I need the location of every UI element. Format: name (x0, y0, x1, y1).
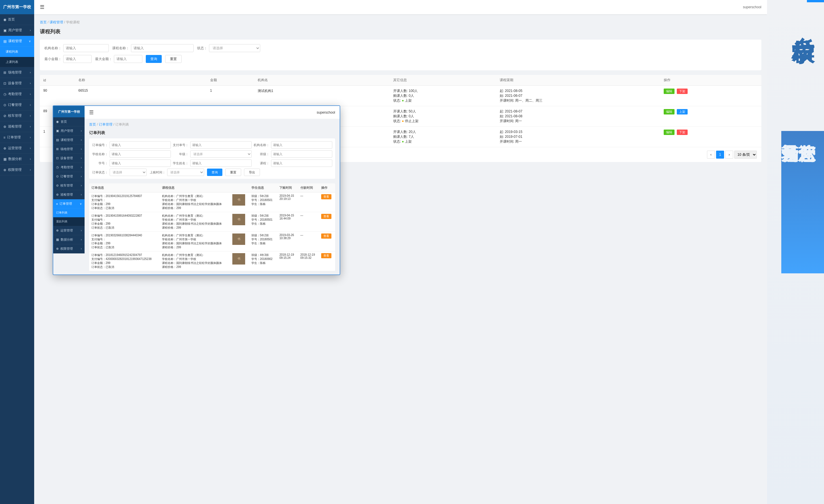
sidebar-item-meal[interactable]: ⊙ 订餐管理 › (0, 100, 34, 110)
breadcrumb-home[interactable]: 首页 (40, 20, 47, 24)
second-sidebar-inspect[interactable]: ⊛ 巡检管理 › (53, 190, 85, 199)
course-input[interactable] (271, 160, 332, 167)
page-1[interactable]: 1 (716, 150, 724, 159)
second-sidebar-users[interactable]: ▣ 用户管理 › (53, 126, 85, 135)
order-export-button[interactable]: 导出 (244, 169, 260, 176)
sidebar-item-label: 运营管理 (8, 146, 22, 150)
order-icon: ≡ (3, 135, 5, 139)
breadcrumb-course-mgmt[interactable]: 课程管理 (49, 20, 63, 24)
edit-button[interactable]: 编辑 (664, 109, 675, 114)
reset-button[interactable]: 重置 (165, 55, 182, 63)
second-sidebar-perms[interactable]: ⊗ 权限管理 › (53, 244, 85, 254)
sidebar-item-attendance[interactable]: ◷ 考勤管理 › (0, 89, 34, 100)
view-button[interactable]: 查看 (321, 194, 331, 199)
order-search-button[interactable]: 查询 (207, 169, 222, 176)
student-name: 学生：陈栋 (251, 202, 275, 206)
bc-orders[interactable]: 订单管理 (99, 122, 112, 126)
end-date: 始: 2019-07-01 (500, 134, 657, 139)
lock-icon: ⊗ (56, 247, 59, 250)
second-sidebar-meal[interactable]: ⊙ 订餐管理 › (53, 172, 85, 181)
min-amount-input[interactable] (63, 55, 92, 63)
cell-id: 90 (40, 86, 75, 106)
chevron-icon: › (30, 82, 31, 85)
second-page-title: 订单列表 (89, 130, 335, 135)
offline-button[interactable]: 下架 (677, 89, 688, 94)
sidebar-subitem-label: 课程列表 (6, 49, 18, 54)
org-name-label: 机构名称： (44, 46, 62, 51)
chevron-icon: › (81, 138, 82, 141)
second-sidebar-courses[interactable]: ▤ 课程管理 › (53, 135, 85, 145)
sidebar-item-courses[interactable]: ▤ 课程管理 ∨ (0, 36, 34, 47)
sidebar-item-permissions[interactable]: ⊗ 权限管理 › (0, 165, 34, 175)
org-input[interactable] (271, 141, 332, 148)
page-size-select[interactable]: 10 条/页 20 条/页 (734, 150, 757, 159)
org-name-input[interactable] (63, 44, 109, 52)
order-no-input[interactable] (110, 141, 171, 148)
course-org: 机构名称：广州学生教育（测试） (162, 194, 228, 198)
search-button[interactable]: 查询 (146, 55, 162, 63)
order-amount: 订单金额：299 (91, 241, 158, 245)
sidebar-item-bus[interactable]: ⊘ 校车管理 › (0, 110, 34, 121)
pay-time-select[interactable]: 请选择 (167, 169, 204, 176)
org-name-field: 机构名称： (44, 44, 109, 52)
second-menu-toggle[interactable]: ☰ (89, 109, 94, 116)
second-sidebar-bus[interactable]: ⊘ 校车管理 › (53, 181, 85, 190)
grade-select[interactable]: 请选择 (190, 150, 251, 158)
second-sidebar-label: 考勤管理 (61, 165, 73, 170)
next-page[interactable]: › (725, 150, 733, 159)
second-subitem-order-list[interactable]: 订单列表 (53, 208, 85, 217)
pay-no-input[interactable] (190, 141, 251, 148)
down-time-cell: 2019-04-1520:19:13 (277, 193, 298, 212)
cell-amount: 1 (207, 86, 254, 106)
offline-button[interactable]: 下架 (677, 129, 688, 135)
sidebar-item-orders[interactable]: ≡ 订单管理 › (0, 132, 34, 143)
course-name-input[interactable] (131, 44, 194, 52)
pay-time-cell: — (298, 212, 319, 232)
school-input[interactable] (110, 150, 171, 158)
menu-toggle[interactable]: ☰ (40, 4, 44, 10)
edit-button[interactable]: 编辑 (664, 89, 675, 94)
edit-button[interactable]: 编辑 (664, 129, 675, 135)
col-pay-time: 付款时间 (298, 183, 319, 193)
view-button[interactable]: 查看 (321, 233, 331, 238)
student-name: 学生：陈栋 (251, 222, 275, 226)
second-sidebar-equipment[interactable]: ⊡ 设备管理 › (53, 154, 85, 163)
sidebar-item-home[interactable]: ◉ 首页 (0, 14, 34, 25)
school-name-field: 学校名称： (92, 150, 171, 158)
second-sidebar-analytics[interactable]: ▦ 数据分析 › (53, 235, 85, 244)
second-sidebar-ops[interactable]: ⊕ 运营管理 › (53, 226, 85, 235)
sidebar-item-equipment[interactable]: ⊡ 设备管理 › (0, 78, 34, 89)
search-row-1: 机构名称： 课程名称： 状态： 请选择 上架 下架 (44, 44, 757, 52)
sidebar-subitem-class-list[interactable]: 上课列表 (0, 57, 34, 67)
order-no-field: 订单编号： (92, 141, 171, 148)
online-button[interactable]: 上架 (677, 109, 688, 114)
order-reset-button[interactable]: 重置 (225, 169, 241, 176)
sidebar-item-analytics[interactable]: ▦ 数据分析 › (0, 154, 34, 165)
sidebar-item-label: 课程管理 (8, 39, 22, 43)
sidebar-item-users[interactable]: ▣ 用户管理 › (0, 25, 34, 36)
status-select[interactable]: 请选择 上架 下架 (209, 44, 260, 52)
sidebar-item-inspection[interactable]: ⊛ 巡检管理 › (0, 121, 34, 132)
second-sidebar-label: 订餐管理 (61, 174, 73, 179)
class-input[interactable] (271, 150, 332, 158)
second-subitem-refund-list[interactable]: 退款列表 (53, 217, 85, 226)
second-sidebar-orders[interactable]: ≡ 订单管理 ∨ (53, 199, 85, 208)
school-label: 学校名称： (92, 152, 108, 156)
max-amount-input[interactable] (114, 55, 142, 63)
second-sidebar-venue[interactable]: ⊞ 场地管理 › (53, 145, 85, 154)
view-button[interactable]: 查看 (321, 253, 331, 258)
class-time: 开课时间: 周一、周二、周三 (500, 98, 657, 103)
student-no-input[interactable] (110, 160, 171, 167)
sidebar-item-ops[interactable]: ⊕ 运营管理 › (0, 143, 34, 154)
second-sidebar-home[interactable]: ◉ 首页 (53, 117, 85, 126)
view-button[interactable]: 查看 (321, 214, 331, 219)
course-info-cell: 机构名称：广州学生教育（测试） 学校名称：广州市第一学校 课程名称：国到康朝练书… (160, 193, 230, 212)
sidebar-subitem-course-list[interactable]: 课程列表 (0, 47, 34, 57)
prev-page[interactable]: ‹ (707, 150, 715, 159)
student-no: 学号：20180501 (251, 198, 275, 202)
second-sidebar-attendance[interactable]: ◷ 考勤管理 › (53, 163, 85, 172)
sidebar-item-venue[interactable]: ⊞ 场地管理 › (0, 67, 34, 78)
student-name-input[interactable] (190, 160, 251, 167)
bc-home[interactable]: 首页 (89, 122, 96, 126)
order-status-select[interactable]: 请选择 (110, 169, 146, 176)
